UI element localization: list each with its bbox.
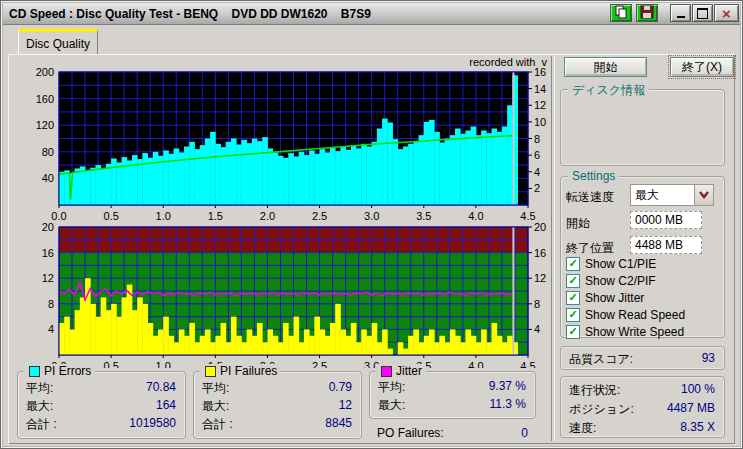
speed-value: 8.35 X (680, 420, 715, 434)
checkbox-label: Show C2/PIF (585, 274, 656, 288)
svg-text:4.5: 4.5 (520, 360, 535, 368)
app-window: CD Speed : Disc Quality Test - BENQ DVD … (0, 0, 743, 449)
svg-text:8: 8 (534, 133, 540, 145)
progress-value: 100 % (681, 382, 715, 396)
svg-text:16: 16 (42, 247, 54, 259)
svg-text:1.5: 1.5 (208, 210, 223, 220)
pi-errors-swatch-icon (29, 366, 40, 377)
po-failures-value: 0 (440, 426, 528, 440)
checkbox-label: Show Jitter (585, 291, 644, 305)
maximize-button[interactable] (692, 4, 713, 22)
pi-errors-speed-chart: 20016012080401614121086420.00.51.01.52.0… (24, 56, 548, 220)
svg-text:2.0: 2.0 (260, 210, 275, 220)
start-button[interactable]: 開始 (564, 57, 647, 77)
svg-text:12: 12 (534, 272, 546, 284)
minimize-icon (677, 16, 685, 18)
end-pos-label: 終了位置 (566, 240, 614, 257)
svg-text:0.5: 0.5 (103, 210, 118, 220)
position-value: 4487 MB (667, 401, 715, 415)
svg-text:12: 12 (42, 272, 54, 284)
checkbox-checked-icon: ✓ (566, 274, 580, 288)
svg-text:20: 20 (534, 221, 546, 233)
checkbox-label: Show Write Speed (585, 325, 684, 339)
checkbox-show-write-speed[interactable]: ✓ Show Write Speed (566, 324, 684, 339)
checkbox-checked-icon: ✓ (566, 325, 580, 339)
pi-errors-avg-value: 70.84 (146, 380, 176, 394)
jitter-avg-value: 9.37 % (489, 379, 526, 393)
transfer-speed-label: 転送速度 (566, 189, 614, 206)
copy-icon (614, 5, 628, 22)
pi-failures-max-value: 12 (339, 398, 352, 412)
pi-errors-total-value: 1019580 (129, 416, 176, 430)
dropdown-button[interactable] (694, 185, 713, 205)
checkbox-checked-icon: ✓ (566, 257, 580, 271)
svg-text:4.0: 4.0 (468, 210, 483, 220)
checkbox-label: Show Read Speed (585, 308, 685, 322)
jitter-swatch-icon (381, 366, 392, 377)
pi-failures-total-label: 合計 : (202, 416, 233, 433)
pi-failures-max-label: 最大: (202, 398, 229, 415)
jitter-legend: Jitter (377, 364, 426, 378)
start-pos-label: 開始 (566, 215, 590, 232)
svg-text:0.5: 0.5 (103, 360, 118, 368)
exit-button[interactable]: 終了(X) (670, 57, 734, 77)
pi-failures-avg-value: 0.79 (329, 380, 352, 394)
po-failures-label: PO Failures: (377, 426, 444, 440)
svg-text:120: 120 (36, 119, 54, 131)
save-button[interactable] (636, 4, 658, 22)
checkbox-show-read-speed[interactable]: ✓ Show Read Speed (566, 307, 685, 322)
pi-errors-title: PI Errors (44, 364, 91, 378)
tab-disc-quality[interactable]: Disc Quality (18, 29, 98, 55)
pi-failures-total-value: 8845 (325, 416, 352, 430)
transfer-speed-value: 最大 (631, 187, 694, 204)
svg-text:80: 80 (42, 146, 54, 158)
exit-button-label: 終了(X) (682, 59, 722, 76)
jitter-group: Jitter 平均:9.37 % 最大:11.3 % (369, 371, 536, 419)
quality-score-group: 品質スコア: 93 (560, 346, 725, 370)
settings-title: Settings (568, 169, 619, 183)
pi-errors-group: PI Errors 平均:70.84 最大:164 合計 :1019580 (17, 371, 186, 439)
copy-button[interactable] (610, 4, 632, 22)
minimize-button[interactable] (670, 4, 691, 22)
speed-label: 速度: (569, 420, 596, 437)
pi-errors-max-value: 164 (156, 398, 176, 412)
checkbox-checked-icon: ✓ (566, 291, 580, 305)
svg-text:2.5: 2.5 (312, 360, 327, 368)
svg-text:4.0: 4.0 (468, 360, 483, 368)
progress-group: 進行状況: 100 % ポジション: 4487 MB 速度: 8.35 X (560, 376, 725, 438)
maximize-icon (697, 8, 708, 19)
pi-failures-swatch-icon (205, 366, 216, 377)
disc-info-title: ディスク情報 (568, 82, 649, 99)
close-button[interactable]: × (714, 4, 739, 22)
svg-text:4.5: 4.5 (520, 210, 535, 220)
disc-info-group: ディスク情報 タイプ: DVD-R ID: TYG02 日付: 20 Octob… (560, 89, 725, 166)
svg-text:4: 4 (534, 166, 540, 178)
end-pos-value: 4488 MB (635, 238, 683, 252)
svg-text:16: 16 (534, 247, 546, 259)
end-pos-field[interactable]: 4488 MB (630, 236, 702, 254)
checkbox-show-jitter[interactable]: ✓ Show Jitter (566, 290, 644, 305)
transfer-speed-dropdown[interactable]: 最大 (630, 184, 714, 206)
svg-text:160: 160 (36, 93, 54, 105)
checkbox-label: Show C1/PIE (585, 257, 656, 271)
checkbox-show-c1-pie[interactable]: ✓ Show C1/PIE (566, 256, 656, 271)
pi-failures-title: PI Failures (220, 364, 277, 378)
position-label: ポジション: (569, 401, 634, 418)
start-pos-field[interactable]: 0000 MB (630, 211, 702, 229)
pi-errors-total-label: 合計 : (26, 416, 57, 433)
svg-text:8: 8 (48, 298, 54, 310)
quality-score-label: 品質スコア: (569, 351, 633, 368)
pi-failures-jitter-chart: 20161284201612840.00.51.01.52.02.53.03.5… (24, 220, 548, 368)
svg-text:10: 10 (534, 116, 546, 128)
svg-text:6: 6 (534, 149, 540, 161)
jitter-max-value: 11.3 % (490, 397, 526, 411)
pi-errors-legend: PI Errors (25, 364, 95, 378)
svg-text:4: 4 (534, 323, 540, 335)
svg-text:8: 8 (534, 298, 540, 310)
pi-errors-avg-label: 平均: (26, 380, 53, 397)
svg-text:40: 40 (42, 172, 54, 184)
svg-text:0.0: 0.0 (51, 210, 66, 220)
checkbox-show-c2-pif[interactable]: ✓ Show C2/PIF (566, 273, 656, 288)
svg-text:2: 2 (534, 182, 540, 194)
svg-text:16: 16 (534, 66, 546, 78)
